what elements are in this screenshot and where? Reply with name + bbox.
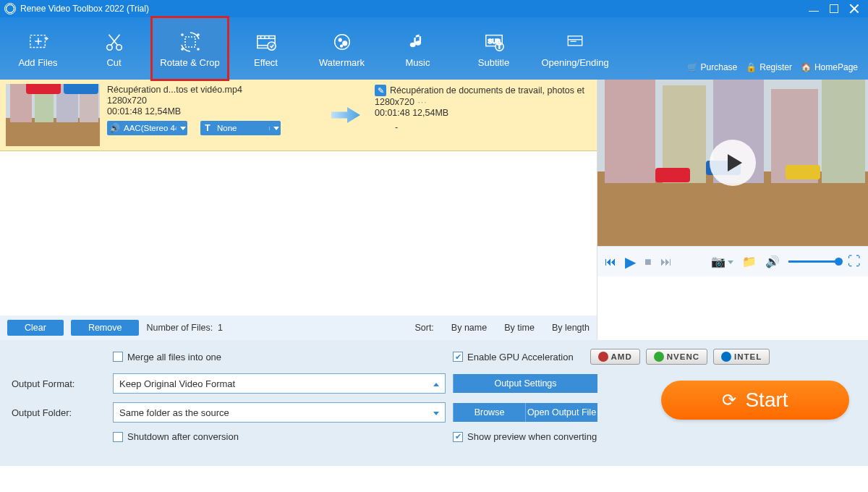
music-icon (409, 30, 427, 54)
cut-icon (103, 30, 125, 54)
homepage-link[interactable]: 🏠 HomePage (801, 62, 858, 72)
merge-label: Merge all files into one (127, 352, 221, 362)
window-title: Renee Video Toolbox 2022 (Trial) (20, 4, 149, 14)
file-count-label: Number of Files: 1 (146, 323, 223, 333)
destination-filename[interactable]: Récupération de documents de travail, ph… (375, 85, 591, 96)
output-format-dropdown[interactable]: Keep Original Video Format (113, 373, 446, 394)
home-icon: 🏠 (801, 62, 812, 72)
source-dimensions: 1280x720 (107, 96, 317, 106)
subtitle-track-dropdown[interactable]: T None (200, 121, 281, 135)
svg-rect-27 (568, 35, 582, 45)
play-button[interactable]: ▶ (625, 253, 636, 271)
arrow-icon (331, 107, 360, 123)
music-button[interactable]: Music (380, 17, 456, 80)
output-format-label: Output Format: (12, 378, 106, 389)
sort-by-length[interactable]: By length (552, 323, 590, 333)
snapshot-button[interactable]: 📷 (711, 255, 733, 268)
gpu-checkbox-row: ✔ Enable GPU Acceleration AMD NVENC INTE… (453, 349, 856, 365)
checkbox-icon: ✔ (453, 352, 463, 362)
volume-slider[interactable] (788, 260, 839, 263)
purchase-link[interactable]: 🛒 Purchase (687, 62, 738, 72)
chevron-down-icon (431, 408, 439, 417)
output-folder-label: Output Folder: (12, 407, 106, 418)
volume-button[interactable]: 🔊 (765, 255, 780, 268)
stop-button[interactable]: ■ (644, 255, 652, 268)
browse-button[interactable]: Browse (453, 403, 525, 422)
destination-placeholder: - (375, 122, 418, 132)
subtitle-icon: SUB T (483, 30, 505, 54)
opening-ending-button[interactable]: Opening/Ending (532, 17, 618, 80)
clear-button[interactable]: Clear (7, 320, 64, 336)
destination-duration-size: 00:01:48 12,54MB (375, 108, 591, 118)
audio-track-dropdown[interactable]: 🔊 AAC(Stereo 44 (107, 121, 187, 135)
output-folder-value: Same folder as the source (119, 407, 229, 418)
svg-point-22 (340, 45, 342, 47)
toolbar-label: Rotate & Crop (160, 57, 219, 68)
svg-point-9 (197, 48, 199, 50)
homepage-label: HomePage (814, 62, 858, 72)
prev-button[interactable]: ⏮ (605, 255, 616, 268)
shutdown-checkbox[interactable]: Shutdown after conversion (113, 431, 446, 442)
file-thumbnail (6, 84, 100, 146)
main-toolbar: Add Files Cut Rotate & Crop (0, 17, 868, 80)
source-duration-size: 00:01:48 12,54MB (107, 106, 317, 116)
output-folder-dropdown[interactable]: Same folder as the source (113, 402, 446, 423)
subtitle-button[interactable]: SUB T Subtitle (456, 17, 532, 80)
sort-by-time[interactable]: By time (504, 323, 535, 333)
chevron-down-icon (269, 127, 281, 130)
add-files-button[interactable]: Add Files (0, 17, 76, 80)
titlebar: Renee Video Toolbox 2022 (Trial) (0, 0, 868, 17)
app-logo-icon (4, 3, 16, 14)
intel-badge: INTEL (713, 349, 770, 365)
register-label: Register (760, 62, 792, 72)
gpu-checkbox[interactable]: ✔ Enable GPU Acceleration (453, 352, 574, 362)
nvenc-badge: NVENC (646, 349, 707, 365)
source-filename: Récupération d...tos et vidéo.mp4 (107, 85, 317, 95)
svg-point-18 (267, 42, 275, 50)
minimize-button[interactable] (809, 4, 819, 14)
sort-by-name[interactable]: By name (451, 323, 487, 333)
svg-point-21 (342, 41, 346, 46)
refresh-icon: ⟳ (722, 390, 736, 410)
preview-controls: ⏮ ▶ ■ ⏭ 📷 📁 🔊 ⛶ (597, 246, 868, 276)
svg-point-8 (182, 34, 183, 35)
toolbar-label: Opening/Ending (541, 57, 608, 68)
watermark-icon (331, 30, 353, 54)
chevron-up-icon (431, 379, 439, 388)
open-output-button[interactable]: Open Output File (525, 403, 597, 422)
rotate-crop-icon (179, 30, 202, 54)
register-link[interactable]: 🔒 Register (746, 62, 792, 72)
file-list: Récupération d...tos et vidéo.mp4 1280x7… (0, 80, 597, 315)
list-controls-bar: Clear Remove Number of Files: 1 Sort: By… (0, 315, 597, 340)
start-label: Start (745, 389, 788, 412)
amd-badge: AMD (590, 349, 640, 365)
add-files-icon (26, 30, 51, 54)
svg-point-11 (182, 48, 183, 50)
toolbar-label: Subtitle (478, 57, 509, 68)
remove-button[interactable]: Remove (71, 320, 140, 336)
text-icon: T (200, 123, 215, 133)
opening-ending-icon (564, 30, 586, 54)
play-overlay-button[interactable] (710, 140, 756, 186)
start-button[interactable]: ⟳ Start (661, 381, 849, 420)
next-button[interactable]: ⏭ (660, 255, 672, 268)
gpu-label: Enable GPU Acceleration (467, 352, 574, 362)
fullscreen-button[interactable]: ⛶ (848, 254, 861, 269)
cut-button[interactable]: Cut (76, 17, 152, 80)
show-preview-label: Show preview when converting (467, 431, 597, 442)
output-settings-button[interactable]: Output Settings (453, 374, 597, 393)
toolbar-label: Effect (254, 57, 278, 68)
watermark-button[interactable]: Watermark (304, 17, 380, 80)
open-folder-button[interactable]: 📁 (742, 255, 757, 268)
output-panel: Merge all files into one ✔ Enable GPU Ac… (0, 340, 868, 466)
video-preview[interactable] (597, 80, 868, 246)
close-button[interactable] (849, 4, 859, 14)
effect-button[interactable]: Effect (228, 17, 304, 80)
checkbox-icon (113, 352, 123, 362)
maximize-button[interactable] (829, 4, 839, 14)
file-item[interactable]: Récupération d...tos et vidéo.mp4 1280x7… (0, 80, 597, 151)
show-preview-checkbox[interactable]: ✔ Show preview when converting (453, 431, 856, 442)
rotate-crop-button[interactable]: Rotate & Crop (152, 17, 228, 80)
audio-chip-label: AAC(Stereo 44 (122, 124, 176, 132)
merge-checkbox[interactable]: Merge all files into one (113, 352, 446, 362)
